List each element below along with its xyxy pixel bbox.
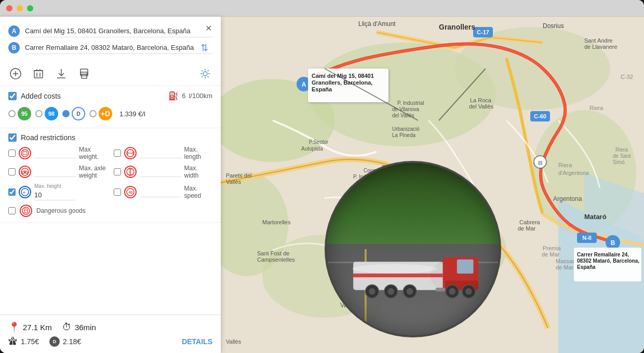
road-greenery bbox=[327, 163, 499, 244]
download-button[interactable] bbox=[54, 66, 69, 81]
marker-a: A bbox=[8, 25, 20, 37]
svg-point-16 bbox=[21, 150, 29, 157]
max-axle-input[interactable] bbox=[34, 167, 76, 177]
svg-text:Riera: Riera bbox=[558, 162, 572, 168]
truck-image bbox=[327, 163, 499, 335]
max-axle-checkbox[interactable] bbox=[8, 168, 16, 175]
max-length-input[interactable] bbox=[140, 148, 181, 158]
fuel-98-group: 98 bbox=[35, 107, 58, 120]
max-width-checkbox[interactable] bbox=[114, 168, 121, 175]
max-speed-input[interactable] bbox=[140, 187, 181, 197]
max-height-checkbox[interactable] bbox=[8, 188, 16, 196]
svg-rect-116 bbox=[353, 274, 442, 277]
svg-text:Martorelles: Martorelles bbox=[262, 219, 291, 225]
to-input[interactable] bbox=[25, 42, 212, 54]
added-costs-section: Added costs ⛽ 6 l/100km 95 bbox=[0, 86, 221, 128]
max-height-item: 4↑ Max. height bbox=[8, 183, 108, 200]
settings-button[interactable] bbox=[198, 66, 212, 81]
fuel-95-group: 95 bbox=[8, 107, 31, 120]
fuel-plusd-radio[interactable] bbox=[89, 110, 97, 117]
route-inputs: ✕ A B ⇅ bbox=[0, 17, 221, 62]
to-input-row: B ⇅ bbox=[8, 42, 212, 54]
svg-text:A: A bbox=[302, 81, 306, 88]
svg-text:40: 40 bbox=[128, 191, 132, 194]
add-waypoint-button[interactable] bbox=[8, 66, 23, 81]
max-height-icon: 4↑ bbox=[19, 186, 31, 198]
svg-rect-17 bbox=[23, 152, 27, 155]
panel-scroll[interactable]: Added costs ⛽ 6 l/100km 95 bbox=[0, 86, 221, 315]
minimize-button[interactable] bbox=[17, 5, 23, 11]
svg-text:Sant Andre: Sant Andre bbox=[584, 37, 612, 44]
fuel-pump-icon: ⛽ bbox=[168, 91, 179, 101]
svg-text:de Mar: de Mar bbox=[542, 251, 560, 257]
max-weight-input[interactable] bbox=[34, 148, 76, 158]
svg-text:del Vallès: del Vallès bbox=[469, 103, 493, 110]
svg-text:España: España bbox=[577, 264, 596, 270]
sidebar: ✕ A B ⇅ bbox=[0, 17, 221, 353]
svg-text:Premia: Premia bbox=[543, 245, 561, 251]
svg-text:⊟: ⊟ bbox=[538, 160, 542, 166]
close-panel-button[interactable]: ✕ bbox=[202, 22, 214, 34]
fuel-amount: 6 bbox=[182, 92, 185, 100]
svg-point-129 bbox=[465, 288, 472, 295]
dangerous-goods-item: Dangerous goods bbox=[8, 205, 212, 217]
svg-rect-39 bbox=[24, 209, 28, 213]
fuel-unit: l/100km bbox=[189, 92, 212, 100]
max-speed-item: 40 Max. speed bbox=[114, 183, 213, 200]
fuel-diesel-radio[interactable] bbox=[62, 110, 70, 117]
svg-text:de Sant: de Sant bbox=[613, 153, 631, 159]
svg-point-125 bbox=[407, 288, 413, 295]
fuel-98-badge[interactable]: 98 bbox=[45, 107, 58, 120]
from-input[interactable] bbox=[25, 25, 212, 37]
svg-rect-3 bbox=[34, 71, 43, 78]
fuel-95-badge[interactable]: 95 bbox=[18, 107, 31, 120]
titlebar bbox=[0, 0, 644, 17]
fuel-95-radio[interactable] bbox=[8, 110, 16, 117]
details-link[interactable]: DETAILS bbox=[182, 337, 212, 346]
print-button[interactable] bbox=[77, 66, 91, 81]
svg-text:Urbanizació: Urbanizació bbox=[392, 126, 420, 132]
svg-text:Carrer Remallaire 24,: Carrer Remallaire 24, bbox=[577, 252, 629, 257]
footer-stats: 📍 27.1 Km ⏱ 36min bbox=[8, 321, 212, 333]
max-height-input[interactable] bbox=[34, 190, 76, 200]
map-area[interactable]: C-17 C-60 B-500 AP-7 N-II Granolle bbox=[221, 17, 644, 353]
max-speed-checkbox[interactable] bbox=[114, 188, 121, 196]
svg-text:N-II: N-II bbox=[582, 235, 592, 241]
svg-text:Camí del Mig 15, 08401: Camí del Mig 15, 08401 bbox=[312, 73, 374, 79]
svg-text:2: 2 bbox=[129, 170, 131, 173]
swap-routes-button[interactable]: ⇅ bbox=[200, 42, 208, 53]
time-value: 36min bbox=[75, 323, 96, 332]
max-length-checkbox[interactable] bbox=[114, 150, 121, 157]
dangerous-goods-checkbox[interactable] bbox=[8, 207, 16, 214]
truck-zoom-circle bbox=[325, 161, 501, 337]
toll-value: 1.75€ bbox=[21, 337, 39, 346]
diesel-value: 2.18€ bbox=[63, 337, 81, 346]
svg-text:España: España bbox=[312, 86, 332, 92]
svg-text:de Mar: de Mar bbox=[518, 225, 536, 232]
delete-route-button[interactable] bbox=[31, 66, 46, 81]
close-button[interactable] bbox=[6, 5, 12, 11]
svg-text:de Mar: de Mar bbox=[556, 264, 574, 270]
svg-text:La Pineda: La Pineda bbox=[392, 132, 415, 138]
max-width-input[interactable] bbox=[140, 167, 181, 177]
fuel-98-radio[interactable] bbox=[35, 110, 43, 117]
maximize-button[interactable] bbox=[27, 5, 33, 11]
max-weight-checkbox[interactable] bbox=[8, 150, 16, 157]
time-stat: ⏱ 36min bbox=[62, 322, 96, 333]
diesel-badge: D bbox=[49, 336, 60, 347]
max-speed-label: Max. speed bbox=[184, 185, 213, 199]
svg-text:Sant Fost de: Sant Fost de bbox=[257, 250, 289, 256]
svg-text:Mataró: Mataró bbox=[584, 213, 607, 221]
svg-text:La Roca: La Roca bbox=[470, 97, 492, 103]
restrictions-checkbox[interactable] bbox=[8, 133, 17, 142]
fuel-plusd-badge[interactable]: +D bbox=[99, 107, 112, 120]
costs-checkbox[interactable] bbox=[8, 92, 17, 100]
svg-text:Campsentelles: Campsentelles bbox=[257, 256, 295, 263]
fuel-diesel-group: D bbox=[62, 107, 85, 120]
costs-header: Added costs ⛽ 6 l/100km bbox=[8, 91, 212, 101]
footer-costs: 🛣 1.75€ D 2.18€ DETAILS bbox=[8, 336, 212, 347]
restrictions-title: Road restrictions bbox=[21, 133, 75, 142]
restrictions-header: Road restrictions bbox=[8, 133, 212, 142]
svg-text:Vallès: Vallès bbox=[226, 179, 242, 185]
svg-point-123 bbox=[388, 288, 395, 295]
